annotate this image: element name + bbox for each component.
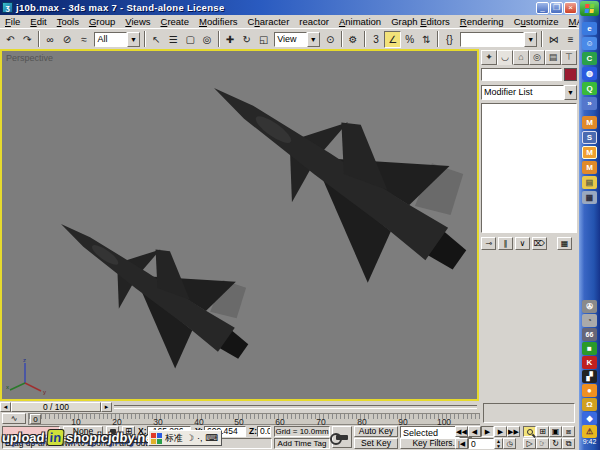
- mirror-icon[interactable]: ⋈: [545, 31, 562, 48]
- unlink-selection-icon[interactable]: ⊘: [59, 31, 76, 48]
- arc-rotate-icon[interactable]: ↻: [549, 438, 562, 449]
- object-color-swatch[interactable]: [564, 68, 577, 81]
- edit-named-selections-icon[interactable]: {}: [441, 31, 458, 48]
- minimize-button[interactable]: _: [536, 2, 549, 14]
- zoom-extents-all-icon[interactable]: ⧈: [562, 426, 575, 437]
- max-window-button-3[interactable]: M: [582, 161, 597, 174]
- select-and-rotate-icon[interactable]: ↻: [238, 31, 255, 48]
- play-icon[interactable]: ▶: [481, 426, 494, 437]
- menu-character[interactable]: Character: [243, 16, 295, 27]
- previous-frame-icon[interactable]: ◀: [468, 426, 481, 437]
- configure-modifier-sets-icon[interactable]: ▦: [557, 237, 572, 250]
- spinner-snap-icon[interactable]: ⇅: [418, 31, 435, 48]
- set-key-button[interactable]: Set Key: [354, 438, 398, 449]
- z-coordinate-field[interactable]: 0.0mm: [257, 426, 271, 437]
- spinner-down-icon[interactable]: ▼: [496, 443, 501, 449]
- angle-snap-icon[interactable]: ∠: [384, 31, 401, 48]
- frame-spinner[interactable]: ▲ ▼: [494, 438, 503, 449]
- messenger-quicklaunch-icon[interactable]: ☺: [582, 37, 597, 50]
- current-frame-field[interactable]: 0: [468, 438, 494, 449]
- clock-tray-icon[interactable]: ◔: [582, 314, 597, 327]
- modify-tab-icon[interactable]: ◡: [497, 50, 513, 65]
- create-tab-icon[interactable]: ✦: [481, 50, 497, 65]
- my-computer-button[interactable]: ▦: [582, 191, 597, 204]
- jet-model-right[interactable]: [173, 51, 477, 318]
- min-max-toggle-icon[interactable]: ⧉: [562, 438, 575, 449]
- chevron-down-icon[interactable]: ▼: [524, 32, 537, 47]
- rectangular-selection-region-icon[interactable]: ▢: [182, 31, 199, 48]
- pan-icon[interactable]: ☞: [536, 438, 549, 449]
- close-button[interactable]: ×: [564, 2, 577, 14]
- key-mode-icon[interactable]: |◀: [455, 438, 468, 449]
- use-pivot-center-icon[interactable]: ⊙: [322, 31, 339, 48]
- active-window-button[interactable]: S: [582, 131, 597, 144]
- field-of-view-icon[interactable]: ▷: [523, 438, 536, 449]
- time-configuration-icon[interactable]: ◷: [503, 438, 516, 449]
- browser-quicklaunch-icon[interactable]: e: [582, 22, 597, 35]
- hierarchy-tab-icon[interactable]: ⌂: [513, 50, 529, 65]
- mini-curve-editor-icon[interactable]: ∿: [2, 413, 26, 424]
- chevron-down-icon[interactable]: ▼: [307, 32, 320, 47]
- bind-to-space-warp-icon[interactable]: ≈: [76, 31, 93, 48]
- select-and-manipulate-icon[interactable]: ⚙: [345, 31, 362, 48]
- align-icon[interactable]: ≡: [562, 31, 579, 48]
- select-and-scale-icon[interactable]: ◱: [255, 31, 272, 48]
- chevron-down-icon[interactable]: ▼: [127, 32, 140, 47]
- menu-rendering[interactable]: Rendering: [455, 16, 509, 27]
- next-frame-icon[interactable]: ▶: [494, 426, 507, 437]
- object-name-field[interactable]: [481, 68, 562, 81]
- blue-tray-icon[interactable]: ◆: [582, 412, 597, 425]
- menu-group[interactable]: Group: [84, 16, 120, 27]
- jet-model-left[interactable]: [31, 180, 274, 395]
- globe-quicklaunch-icon[interactable]: ◍: [582, 67, 597, 80]
- app-quicklaunch-icon[interactable]: C: [582, 52, 597, 65]
- max-window-button-2[interactable]: M: [582, 146, 597, 159]
- zoom-all-icon[interactable]: ⊞: [536, 426, 549, 437]
- start-button[interactable]: [580, 1, 599, 16]
- timeline-slider-handle[interactable]: 0: [30, 414, 41, 424]
- viewport-canvas[interactable]: [2, 51, 477, 399]
- orange-tray-icon[interactable]: ●: [582, 384, 597, 397]
- ime-toolbar[interactable]: 标准 ☽ ·, ⌨: [148, 430, 222, 446]
- alert-tray-icon[interactable]: ⚠: [582, 425, 597, 438]
- ime-halfwidth-icon[interactable]: ☽: [186, 433, 194, 443]
- menu-modifiers[interactable]: Modifiers: [194, 16, 243, 27]
- zoom-icon[interactable]: [523, 426, 536, 437]
- camera-tray-icon[interactable]: ✇: [582, 300, 597, 313]
- menu-tools[interactable]: Tools: [52, 16, 84, 27]
- pin-stack-icon[interactable]: ⊸: [481, 237, 496, 250]
- max-window-button-1[interactable]: M: [582, 116, 597, 129]
- restore-button[interactable]: ❐: [550, 2, 563, 14]
- percent-snap-icon[interactable]: %: [401, 31, 418, 48]
- reference-coordinate-dropdown[interactable]: View ▼: [274, 32, 320, 47]
- motion-tab-icon[interactable]: ◎: [529, 50, 545, 65]
- menu-edit[interactable]: Edit: [25, 16, 51, 27]
- time-slider-button[interactable]: 0 / 100: [11, 402, 101, 412]
- select-and-link-icon[interactable]: ∞: [42, 31, 59, 48]
- menu-create[interactable]: Create: [156, 16, 195, 27]
- undo-icon[interactable]: ↶: [2, 31, 19, 48]
- menu-views[interactable]: Views: [120, 16, 155, 27]
- quicklaunch-expand-icon[interactable]: »: [582, 97, 597, 110]
- menu-file[interactable]: File: [0, 16, 25, 27]
- menu-graph-editors[interactable]: Graph Editors: [386, 16, 455, 27]
- ime-mode-label[interactable]: 标准: [165, 432, 183, 445]
- add-time-tag[interactable]: Add Time Tag: [274, 438, 330, 449]
- ime-logo-icon[interactable]: [151, 433, 162, 444]
- remove-modifier-icon[interactable]: ⌦: [532, 237, 547, 250]
- go-to-end-icon[interactable]: ▶▶: [507, 426, 520, 437]
- display-tab-icon[interactable]: ▤: [545, 50, 561, 65]
- utilities-tab-icon[interactable]: ⊤: [561, 50, 577, 65]
- named-selection-dropdown[interactable]: ▼: [460, 32, 537, 47]
- menu-animation[interactable]: Animation: [334, 16, 386, 27]
- redo-icon[interactable]: ↷: [19, 31, 36, 48]
- time-slider-next-icon[interactable]: ▸: [101, 402, 112, 412]
- perspective-viewport[interactable]: Perspective: [0, 49, 479, 401]
- make-unique-icon[interactable]: ∨: [515, 237, 530, 250]
- timeline-ruler[interactable]: 10 20 30 40 50 60 70 80 90 100 0: [28, 413, 480, 425]
- green-tray-icon[interactable]: ■: [582, 342, 597, 355]
- window-crossing-icon[interactable]: ◎: [199, 31, 216, 48]
- select-by-name-icon[interactable]: ☰: [165, 31, 182, 48]
- set-keys-icon[interactable]: [332, 426, 352, 448]
- select-object-icon[interactable]: ↖: [148, 31, 165, 48]
